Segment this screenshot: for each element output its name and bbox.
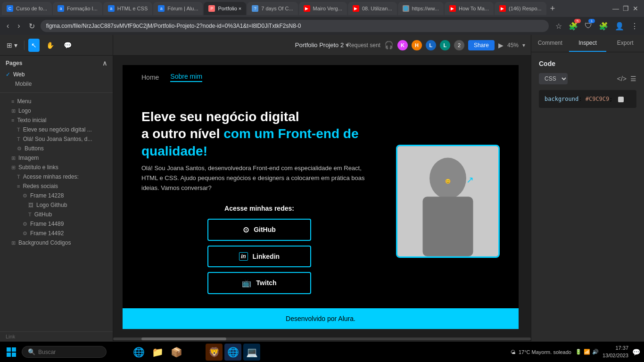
play-button[interactable]: ▶	[498, 41, 504, 49]
tab-forum[interactable]: a Fórum | Alu...	[153, 2, 203, 15]
share-button[interactable]: Share	[468, 40, 495, 50]
scroll-track	[113, 337, 531, 340]
canvas-scroll[interactable]: Home Sobre mim Eleve seu negócio digital…	[113, 56, 531, 341]
layer-icon: ⚙	[23, 193, 27, 199]
tab-favicon: ▶	[499, 5, 506, 12]
search-input[interactable]	[38, 349, 95, 355]
reload-button[interactable]: ↻	[26, 20, 38, 33]
figma-toolbar: ⊞ ▾ ↖ ✋ 💬	[0, 35, 113, 56]
tab-formacao[interactable]: a Formação I...	[53, 2, 102, 15]
layer-texto-inicial[interactable]: ≡Texto inicial	[0, 115, 113, 125]
cursor-tool-button[interactable]: ↖	[28, 39, 40, 52]
extension-badge-1: 5	[574, 19, 581, 23]
browser-chrome: C Curso de fo... a Formação I... a HTML …	[0, 0, 644, 35]
layer-frame-14489[interactable]: ⚙Frame 14489	[0, 219, 113, 229]
tab-portfolio[interactable]: P Portfolio ×	[204, 2, 246, 15]
taskbar-vscode-icon[interactable]: 💻	[243, 344, 260, 361]
page-check-icon: ✓	[6, 71, 10, 78]
tab-7days[interactable]: ? 7 days Of C...	[247, 2, 297, 15]
tab-export[interactable]: Export	[606, 35, 644, 52]
taskbar-chrome-icon[interactable]: 🌐	[224, 344, 241, 361]
page-web[interactable]: ✓ Web	[6, 70, 107, 79]
layer-imagem[interactable]: ⊞Imagem	[0, 153, 113, 163]
right-sidebar: Comment Inspect Export Code CSS </> ☰ ba…	[531, 35, 644, 341]
layer-menu[interactable]: ≡Menu	[0, 97, 113, 106]
layer-frame-14228[interactable]: ⚙Frame 14228	[0, 191, 113, 200]
forward-button[interactable]: ›	[15, 20, 23, 32]
tab-favicon: a	[158, 5, 165, 12]
extension-badge-2: 1	[588, 19, 595, 23]
layer-ola[interactable]: TOlá! Sou Joana Santos, d...	[0, 134, 113, 144]
hero-desc: Olá! Sou Joana Santos, desenvolvedora Fr…	[141, 164, 377, 193]
tab-146[interactable]: ▶ (146) Respo...	[495, 2, 546, 15]
layer-subtitulo[interactable]: ⊞Subtítulo e links	[0, 163, 113, 172]
taskbar-right: 🌤 17°C Mayorm. soleado 🔋 📶 🔊 17:37 13/02…	[511, 345, 640, 359]
tab-curso[interactable]: C Curso de fo...	[2, 2, 52, 15]
page-web-label: Web	[13, 71, 25, 78]
tab-mairo[interactable]: ▶ Mairo Verg...	[299, 2, 347, 15]
headphone-icon[interactable]: 🎧	[384, 41, 394, 49]
layer-github-text[interactable]: TGitHub	[0, 210, 113, 219]
page-mobile[interactable]: Mobile	[6, 79, 107, 89]
taskbar-search[interactable]: 🔍	[22, 346, 107, 358]
taskbar-explorer-icon[interactable]: 📁	[149, 344, 166, 361]
extension-icon[interactable]: 🧩5	[567, 20, 580, 33]
layer-icon: ⊞	[11, 155, 16, 161]
avatar-h: H	[412, 40, 422, 50]
tab-08[interactable]: ▶ 08. Utilizan...	[348, 2, 397, 15]
address-input[interactable]	[41, 20, 549, 32]
taskbar-store-icon[interactable]: 📦	[168, 344, 185, 361]
settings-icon[interactable]: ⋮	[629, 20, 640, 33]
taskbar-brave-icon[interactable]: 🦁	[206, 344, 223, 361]
layer-eleve[interactable]: TEleve seu negócio digital ...	[0, 125, 113, 134]
menu-tool-button[interactable]: ⊞ ▾	[4, 39, 20, 52]
canvas-scrollbar[interactable]	[113, 337, 531, 340]
twitch-icon: 📺	[242, 279, 251, 288]
new-tab-button[interactable]: +	[547, 4, 558, 14]
tab-html[interactable]: a HTML e CSS	[103, 2, 152, 15]
layer-acesse[interactable]: TAcesse minhas redes:	[0, 172, 113, 181]
tab-label: How To Ma...	[459, 6, 489, 11]
start-button[interactable]	[4, 345, 19, 360]
hero-text: Eleve seu negócio digital a outro nível …	[141, 108, 377, 294]
pages-expand-icon[interactable]: ∧	[102, 59, 107, 67]
tab-howto[interactable]: ▶ How To Ma...	[445, 2, 494, 15]
nav-home[interactable]: Home	[141, 74, 159, 81]
minimize-icon[interactable]: —	[612, 5, 619, 12]
tab-inspect[interactable]: Inspect	[569, 35, 607, 52]
notification-icon[interactable]: 💬	[632, 348, 640, 356]
close-icon[interactable]: ✕	[633, 5, 638, 12]
taskbar-mail-icon[interactable]: ✉	[187, 344, 204, 361]
tab-favicon: a	[58, 5, 64, 12]
avatar-l2: L	[440, 40, 450, 50]
layer-logo[interactable]: ⊞Logo	[0, 106, 113, 115]
linkedin-label: Linkedin	[253, 253, 280, 260]
hand-tool-button[interactable]: ✋	[43, 39, 57, 52]
layer-frame-14492[interactable]: ⚙Frame 14492	[0, 229, 113, 238]
css-language-select[interactable]: CSS	[539, 73, 568, 84]
layer-logo-github[interactable]: 🖼Logo Github	[0, 200, 113, 210]
taskbar-task-view[interactable]: 🗂	[111, 344, 128, 361]
nav-sobre[interactable]: Sobre mim	[170, 73, 202, 82]
more-options-button[interactable]: ☰	[630, 75, 636, 82]
extension-icon-2[interactable]: 🛡1	[583, 20, 594, 32]
puzzle-icon[interactable]: 🧩	[597, 20, 610, 33]
profile-icon[interactable]: 👤	[613, 20, 626, 33]
tab-https[interactable]: 🌐 https://ww...	[398, 2, 444, 15]
taskbar-edge-icon[interactable]: 🌐	[130, 344, 147, 361]
copy-code-button[interactable]: </>	[617, 75, 627, 82]
layer-redes-sociais[interactable]: ≡Redes sociais	[0, 181, 113, 191]
zoom-dropdown-icon[interactable]: ▾	[522, 42, 525, 49]
tab-comment[interactable]: Comment	[531, 35, 569, 52]
layer-buttons[interactable]: ⚙Buttons	[0, 144, 113, 153]
restore-icon[interactable]: ❐	[623, 5, 629, 12]
twitch-button[interactable]: 📺 Twitch	[207, 272, 311, 294]
bookmark-icon[interactable]: ☆	[553, 20, 564, 33]
clock-time: 17:37	[603, 345, 628, 352]
comment-tool-button[interactable]: 💬	[61, 39, 74, 52]
linkedin-button[interactable]: in Linkedin	[207, 246, 311, 267]
github-button[interactable]: ⊙ GitHub	[207, 219, 311, 241]
search-icon: 🔍	[28, 348, 35, 355]
layer-background-codigos[interactable]: ⊞Background Códigos	[0, 238, 113, 247]
back-button[interactable]: ‹	[4, 20, 12, 32]
